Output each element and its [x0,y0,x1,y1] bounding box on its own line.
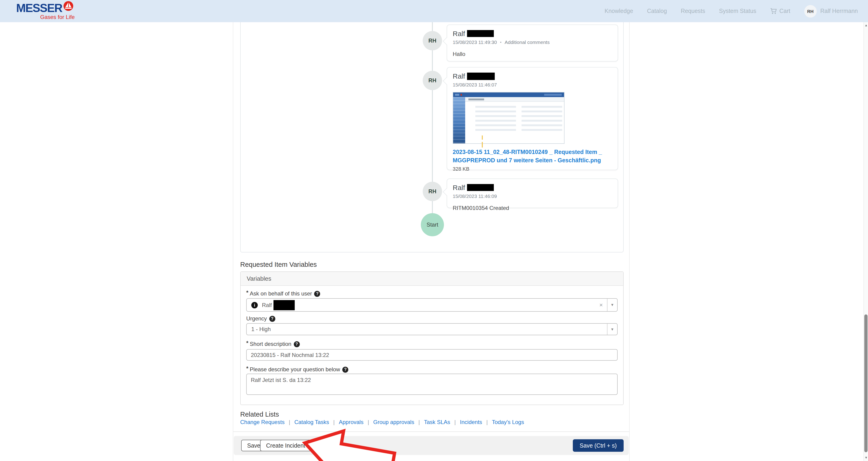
link-separator: | [333,419,335,425]
variables-panel-header: Variables [241,272,623,286]
activity-avatar: RH [423,71,442,90]
thumbnail-header [465,97,564,102]
author-first-name: Ralf [453,72,465,80]
form-action-bar: Save Create Incident Save (Ctrl + s) [234,436,629,455]
related-lists-nav: Change Requests | Catalog Tasks | Approv… [240,419,524,425]
create-incident-button[interactable]: Create Incident [260,440,311,451]
avatar: RH [804,5,816,17]
help-icon[interactable]: ? [269,316,275,322]
related-link-catalog-tasks[interactable]: Catalog Tasks [294,419,329,425]
brand-text: MESSER [16,2,62,14]
section-title-variables: Requested Item Variables [240,261,317,268]
save-ctrl-s-button[interactable]: Save (Ctrl + s) [573,439,624,452]
comment-caret [443,37,451,45]
comment-caret [443,188,451,196]
related-link-change-requests[interactable]: Change Requests [240,419,285,425]
nav-catalog[interactable]: Catalog [647,8,667,15]
comment-meta: 15/08/2023 11:49:30 • Additional comment… [453,39,612,45]
comment-timestamp: 15/08/2023 11:49:30 [453,39,497,45]
required-marker: * [246,289,248,296]
question-textarea[interactable]: Ralf Jetzt ist S. da 13:22 [246,374,618,395]
thumbnail-sidebar [453,97,465,143]
attachment-thumbnail[interactable] [453,92,564,144]
nav-knowledge[interactable]: Knowledge [604,8,633,15]
select-value: 1 - High [251,326,271,333]
comment-card: Ralf 15/08/2023 11:49:30 • Additional co… [447,25,618,61]
related-link-approvals[interactable]: Approvals [339,419,364,425]
comment-author: Ralf [453,30,612,37]
section-title-related-lists: Related Lists [240,411,279,418]
activity-avatar: RH [423,182,442,201]
field-label-text: Ask on behalf of this user [250,290,312,297]
attachment-size: 328 KB [453,166,612,172]
urgency-label: Urgency ? [246,315,618,322]
comment-timestamp: 15/08/2023 11:46:07 [453,82,497,87]
chevron-down-icon[interactable]: ▼ [607,299,617,311]
required-marker: * [246,365,248,372]
thumbnail-titlebar [453,92,564,97]
brand-tagline: Gases for Life [40,14,74,20]
ask-on-behalf-label: * Ask on behalf of this user ? [246,290,618,297]
app-header: MESSER Gases for Life Knowledge Catalog … [0,0,868,22]
scrollbar[interactable]: ▲ ▼ [863,22,868,461]
field-label-text: Short description [250,341,291,347]
field-label-text: Please describe your question below [250,366,340,373]
help-icon[interactable]: ? [293,341,300,347]
attachment-link[interactable]: 2023-08-15 11_02_48-RITM0010249 _ Reques… [453,148,612,165]
info-icon[interactable]: i [251,302,258,308]
nav-requests[interactable]: Requests [681,8,705,15]
comment-type: Additional comments [505,39,550,45]
link-separator: | [418,419,420,425]
short-description-input[interactable] [246,349,618,361]
link-separator: | [368,419,369,425]
ask-on-behalf-field[interactable]: i Ralf × ▼ [246,298,618,312]
related-link-incidents[interactable]: Incidents [460,419,482,425]
nav-system-status[interactable]: System Status [719,8,756,15]
meta-separator-icon: • [500,40,501,44]
page: MESSER Gases for Life Knowledge Catalog … [0,0,868,461]
user-name: Ralf Herrmann [820,8,858,15]
urgency-select[interactable]: 1 - High ▼ [246,323,618,335]
redacted-text [467,73,495,80]
related-link-group-approvals[interactable]: Group approvals [373,419,414,425]
link-separator: | [486,419,488,425]
question-label: * Please describe your question below ? [246,366,618,373]
required-marker: * [246,340,248,346]
comment-meta: 15/08/2023 11:46:07 [453,82,612,87]
link-separator: | [454,419,456,425]
author-first-name: Ralf [453,30,465,37]
comment-author: Ralf [453,183,612,192]
variables-panel: Variables * Ask on behalf of this user ?… [240,271,624,405]
scrollbar-thumb[interactable] [864,314,868,452]
user-menu[interactable]: RH Ralf Herrmann [804,5,858,17]
related-link-todays-logs[interactable]: Today's Logs [492,419,524,425]
comment-caret [443,77,451,85]
comment-body: Hallo [453,51,612,57]
divider [233,431,629,432]
help-icon[interactable]: ? [342,367,348,372]
redacted-text [467,184,494,191]
link-separator: | [289,419,290,425]
clear-icon[interactable]: × [595,301,607,309]
variables-panel-body: * Ask on behalf of this user ? i Ralf × … [241,286,623,405]
activity-stream: RH Ralf 15/08/2023 11:49:30 • Additional… [240,22,624,253]
related-link-task-slas[interactable]: Task SLAs [424,419,450,425]
short-description-label: * Short description ? [246,341,618,347]
scroll-down-icon[interactable]: ▼ [864,456,868,460]
comment-meta: 15/08/2023 11:46:09 [453,193,612,199]
comment-card: Ralf 15/08/2023 11:46:09 RITM0010354 Cre… [447,178,618,208]
header-nav: Knowledge Catalog Requests System Status… [604,0,858,22]
cart-label: Cart [779,8,790,15]
messer-emblem-icon [63,1,73,11]
comment-author: Ralf [453,72,612,80]
comment-card: Ralf 15/08/2023 11:46:07 [447,67,618,170]
help-icon[interactable]: ? [314,291,320,297]
messer-logo[interactable]: MESSER Gases for Life [16,2,74,20]
chevron-down-icon[interactable]: ▼ [607,324,617,335]
redacted-text [467,30,494,37]
redacted-text [274,300,295,310]
scroll-up-icon[interactable]: ▲ [864,23,868,28]
author-first-name: Ralf [453,183,465,192]
activity-avatar: RH [423,31,442,50]
nav-cart[interactable]: Cart [770,8,790,15]
